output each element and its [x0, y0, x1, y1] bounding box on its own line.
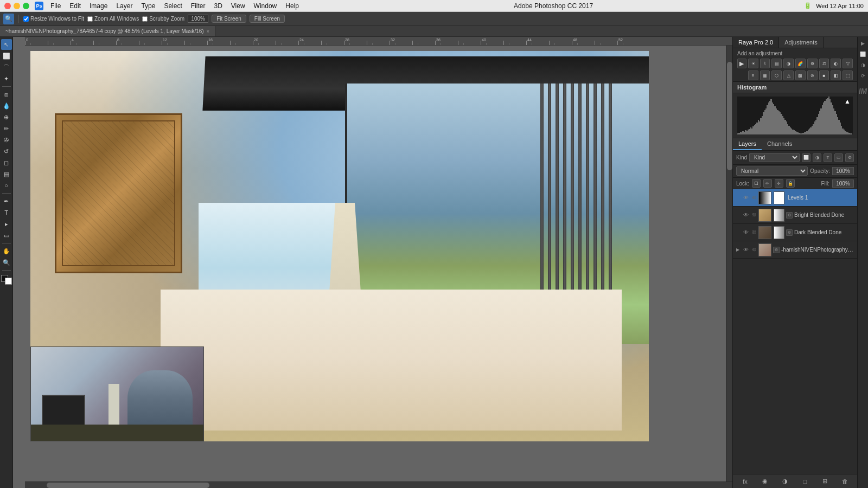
resize-windows-check[interactable]: Resize Windows to Fit — [23, 16, 84, 22]
side-icon-2[interactable]: ⬜ — [859, 50, 867, 59]
eraser-tool[interactable]: ◻ — [1, 157, 12, 168]
opacity-input[interactable] — [832, 167, 854, 175]
blend-mode-select[interactable]: Normal — [736, 166, 808, 176]
path-tool[interactable]: ▸ — [1, 219, 12, 229]
layer-row[interactable]: 👁⛓⚙Dark Blended Done — [733, 224, 857, 241]
layer-fx-btn[interactable]: fx — [740, 477, 750, 486]
layer-collapse-arrow[interactable] — [735, 229, 741, 236]
gradient-tool[interactable]: ▤ — [1, 169, 12, 179]
adj-selectivecolor-icon[interactable]: ⬡ — [771, 70, 782, 80]
adj-gradient-icon[interactable]: ▦ — [760, 70, 770, 80]
adj-vibrance-icon[interactable]: 🌈 — [795, 59, 806, 68]
zoom-tool-btn[interactable]: 🔍 — [3, 14, 14, 24]
layer-visibility-eye[interactable]: 👁 — [742, 194, 750, 202]
zoom-tool[interactable]: 🔍 — [1, 257, 12, 268]
fg-bg-colors[interactable] — [1, 275, 12, 285]
adj-invert-icon[interactable]: ⊘ — [807, 70, 818, 80]
adj-levels-icon[interactable]: ▤ — [771, 59, 782, 68]
file-tab-close[interactable]: × — [207, 29, 209, 34]
adj-pattern-icon[interactable]: ⬚ — [843, 70, 853, 80]
menu-edit[interactable]: Edit — [66, 1, 85, 11]
lock-position-btn[interactable]: ✛ — [775, 179, 783, 188]
adj-colorbalance-icon[interactable]: ⚖ — [819, 59, 829, 68]
layer-chain-icon[interactable]: ⛓ — [751, 246, 757, 254]
horizontal-scrollbar[interactable] — [25, 481, 732, 488]
move-tool[interactable]: ↖ — [1, 39, 12, 50]
layer-row[interactable]: 👁⛓⚙Bright Blended Done — [733, 207, 857, 224]
heal-tool[interactable]: ⊕ — [1, 112, 12, 123]
menu-help[interactable]: Help — [282, 1, 303, 11]
kind-select[interactable]: Kind — [749, 153, 800, 162]
tab-adjustments[interactable]: Adjustments — [779, 37, 824, 48]
crop-tool[interactable]: ⧇ — [1, 89, 12, 100]
adj-posterize-icon[interactable]: ▩ — [795, 70, 806, 80]
adj-channelmix-icon[interactable]: ≡ — [748, 70, 758, 80]
menu-3d[interactable]: 3D — [210, 1, 226, 11]
layer-visibility-eye[interactable]: 👁 — [742, 211, 750, 219]
brush-tool[interactable]: ✏ — [1, 123, 12, 134]
layer-delete-btn[interactable]: 🗑 — [840, 477, 850, 486]
menu-filter[interactable]: Filter — [187, 1, 209, 11]
zoom-input[interactable] — [188, 15, 208, 23]
tab-channels[interactable]: Channels — [762, 138, 797, 150]
menu-select[interactable]: Select — [160, 1, 186, 11]
menu-layer[interactable]: Layer — [112, 1, 136, 11]
filter-smart-icon[interactable]: ⚙ — [845, 153, 854, 162]
layer-collapse-arrow[interactable]: ▶ — [735, 246, 741, 254]
adj-threshold-icon[interactable]: △ — [783, 70, 794, 80]
layer-visibility-eye[interactable]: 👁 — [742, 246, 750, 254]
vertical-scrollbar[interactable] — [726, 46, 732, 481]
history-tool[interactable]: ↺ — [1, 146, 12, 157]
close-button[interactable] — [4, 3, 11, 9]
fill-input[interactable] — [832, 179, 854, 188]
side-icon-3[interactable]: ◑ — [859, 61, 867, 69]
canvas-area[interactable]: 0481216202428323640444852 04812162024283… — [13, 37, 732, 488]
filter-pixel-icon[interactable]: ⬜ — [802, 153, 810, 162]
fit-screen-btn[interactable]: Fit Screen — [212, 15, 246, 23]
file-tab[interactable]: ~hamishNIVENPhotography_78A4657-4 copy @… — [0, 26, 215, 36]
adj-solidcolor-icon[interactable]: ■ — [819, 70, 829, 80]
raya-play-btn[interactable]: ▶ — [737, 59, 746, 68]
lock-image-btn[interactable]: ✏ — [763, 179, 772, 188]
layer-collapse-arrow[interactable] — [735, 194, 741, 202]
side-icon-4[interactable]: ⟳ — [859, 72, 867, 80]
fill-screen-btn[interactable]: Fill Screen — [250, 15, 285, 23]
hand-tool[interactable]: ✋ — [1, 246, 12, 256]
menu-window[interactable]: Window — [250, 1, 281, 11]
menu-view[interactable]: View — [227, 1, 249, 11]
adj-brightness-icon[interactable]: ☀ — [748, 59, 758, 68]
layer-row[interactable]: 👁⛓Levels 1 — [733, 189, 857, 207]
filter-type-icon[interactable]: T — [824, 153, 832, 162]
clone-tool[interactable]: ✇ — [1, 134, 12, 145]
layer-visibility-eye[interactable]: 👁 — [742, 229, 750, 236]
tab-layers[interactable]: Layers — [733, 138, 762, 150]
layer-chain-icon[interactable]: ⛓ — [751, 229, 757, 236]
filter-adj-icon[interactable]: ◑ — [813, 153, 821, 162]
pen-tool[interactable]: ✒ — [1, 196, 12, 207]
menu-type[interactable]: Type — [137, 1, 159, 11]
shape-tool[interactable]: ▭ — [1, 230, 12, 241]
minimize-button[interactable] — [14, 3, 20, 9]
adj-hsl-icon[interactable]: ⚙ — [807, 59, 818, 68]
adj-exposure-icon[interactable]: ◑ — [783, 59, 794, 68]
scrubby-zoom-check[interactable]: Scrubby Zoom — [142, 16, 184, 22]
adj-curves-icon[interactable]: ⌇ — [760, 59, 770, 68]
lock-all-btn[interactable]: 🔒 — [786, 179, 795, 188]
layer-chain-icon[interactable]: ⛓ — [751, 194, 757, 202]
layer-chain-icon[interactable]: ⛓ — [751, 211, 757, 219]
magic-wand-tool[interactable]: ✦ — [1, 73, 12, 84]
layer-group-btn[interactable]: □ — [800, 477, 810, 486]
background-color[interactable] — [5, 278, 12, 285]
layer-mask-btn[interactable]: ◉ — [760, 477, 770, 486]
adj-bw-icon[interactable]: ◐ — [831, 59, 841, 68]
dodge-tool[interactable]: ○ — [1, 180, 12, 191]
tab-raya-pro[interactable]: Raya Pro 2.0 — [733, 37, 779, 48]
filter-shape-icon[interactable]: ▭ — [834, 153, 843, 162]
h-scroll-thumb[interactable] — [47, 483, 209, 488]
menu-file[interactable]: File — [47, 1, 65, 11]
side-icon-1[interactable]: ▶ — [859, 39, 867, 48]
canvas-inner[interactable] — [25, 46, 732, 476]
type-tool[interactable]: T — [1, 207, 12, 218]
layer-new-btn[interactable]: ⊞ — [820, 477, 830, 486]
adj-photofilter-icon[interactable]: ▽ — [843, 59, 853, 68]
